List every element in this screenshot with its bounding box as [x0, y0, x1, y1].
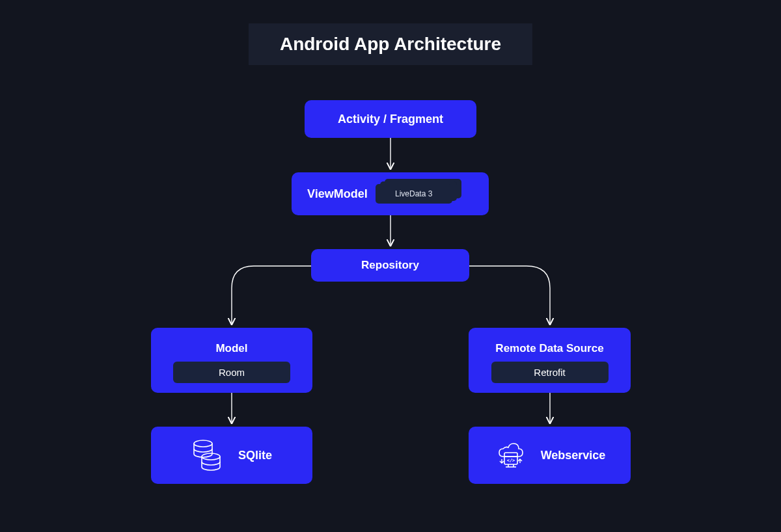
- node-label: Webservice: [541, 449, 606, 462]
- node-label: Activity / Fragment: [338, 113, 443, 126]
- node-sqlite: SQlite: [151, 427, 312, 484]
- svg-text:</>: </>: [506, 458, 515, 463]
- chip-label: Room: [219, 367, 245, 378]
- livedata-label: LiveData 3: [395, 189, 432, 198]
- chip-label: Retrofit: [534, 367, 565, 378]
- node-activity-fragment: Activity / Fragment: [305, 100, 476, 138]
- svg-point-4: [194, 440, 212, 447]
- node-viewmodel: ViewModel LiveData 3: [292, 172, 489, 215]
- node-label: ViewModel: [307, 187, 368, 201]
- node-repository: Repository: [311, 249, 469, 282]
- title-text: Android App Architecture: [280, 34, 501, 54]
- chip-room: Room: [173, 362, 290, 383]
- node-label: Repository: [361, 259, 419, 272]
- livedata-card: LiveData 3: [376, 184, 452, 204]
- chip-retrofit: Retrofit: [491, 362, 609, 383]
- node-model: Model Room: [151, 328, 312, 393]
- node-label: Remote Data Source: [495, 342, 603, 355]
- node-label: Model: [215, 342, 247, 355]
- webservice-icon: </>: [494, 437, 528, 474]
- node-label: SQlite: [238, 449, 272, 462]
- livedata-stack: LiveData 3: [376, 181, 461, 206]
- database-icon: [191, 437, 223, 474]
- diagram-title: Android App Architecture: [249, 23, 532, 65]
- node-remote-data-source: Remote Data Source Retrofit: [469, 328, 631, 393]
- svg-point-5: [202, 453, 220, 460]
- node-webservice: </> Webservice: [469, 427, 631, 484]
